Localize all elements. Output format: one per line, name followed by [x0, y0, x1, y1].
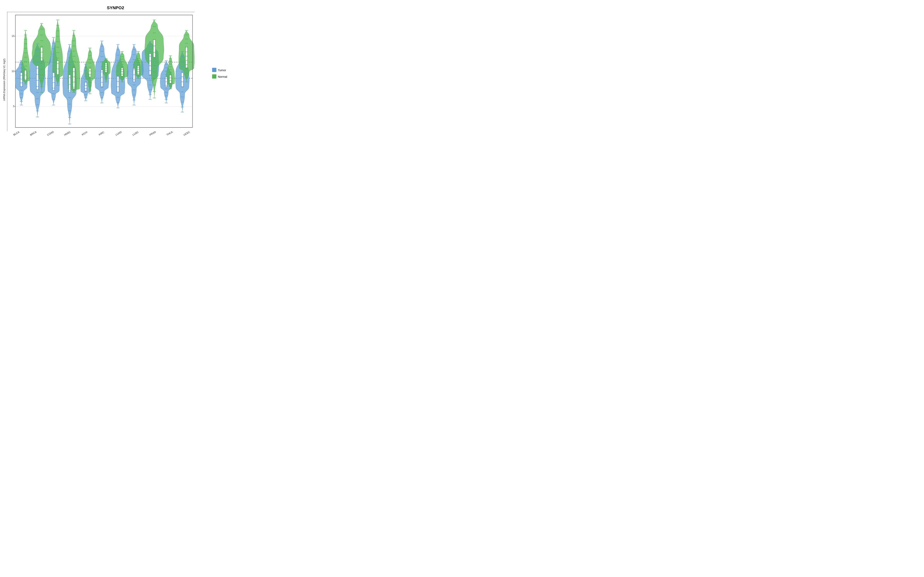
- svg-rect-422: [90, 48, 91, 48]
- svg-rect-340: [74, 30, 76, 31]
- svg-rect-152: [42, 69, 43, 70]
- svg-rect-690: [150, 75, 152, 76]
- svg-rect-286: [70, 77, 71, 78]
- svg-rect-255: [58, 25, 59, 26]
- svg-rect-605: [134, 84, 136, 85]
- svg-rect-571: [123, 64, 124, 64]
- svg-rect-91: [26, 35, 27, 35]
- svg-rect-170: [42, 35, 43, 35]
- svg-rect-295: [70, 57, 71, 58]
- svg-rect-790: [167, 64, 168, 64]
- svg-rect-826: [171, 61, 172, 62]
- svg-rect-438: [102, 87, 103, 88]
- svg-rect-911: [187, 34, 188, 35]
- svg-rect-67: [26, 70, 27, 71]
- svg-rect-158: [42, 58, 43, 58]
- legend-label-normal: Normal: [218, 75, 227, 78]
- legend-box-normal: [212, 74, 216, 79]
- svg-rect-337: [74, 35, 76, 36]
- svg-rect-705: [150, 51, 152, 52]
- svg-rect-52: [22, 64, 23, 65]
- svg-rect-523: [118, 86, 120, 87]
- legend-item-tumor: Tumor: [212, 68, 227, 72]
- svg-rect-365: [86, 82, 87, 83]
- svg-rect-429: [102, 103, 103, 103]
- svg-rect-486: [107, 70, 108, 71]
- svg-rect-495: [107, 64, 108, 65]
- svg-rect-471: [107, 79, 108, 80]
- svg-rect-586: [123, 51, 124, 52]
- svg-rect-64: [26, 75, 27, 76]
- svg-rect-842: [183, 106, 184, 107]
- svg-rect-623: [134, 54, 136, 55]
- svg-rect-553: [123, 79, 124, 80]
- svg-rect-750: [155, 19, 156, 20]
- svg-rect-204: [54, 65, 55, 66]
- svg-rect-741: [155, 39, 156, 40]
- svg-rect-596: [134, 100, 136, 100]
- svg-rect-380: [86, 67, 87, 68]
- svg-rect-760: [167, 99, 168, 100]
- svg-rect-702: [150, 56, 152, 56]
- svg-rect-97: [40, 47, 42, 61]
- svg-text:15: 15: [12, 35, 15, 37]
- svg-rect-143: [42, 86, 43, 87]
- svg-rect-766: [167, 92, 168, 93]
- legend: Tumor Normal: [212, 68, 227, 79]
- svg-rect-580: [123, 56, 124, 57]
- svg-rect-164: [42, 46, 43, 47]
- plot-and-x: 51015 BLCABRCACOADHNSCKICHKIRCLUADLUSCPR…: [7, 12, 229, 142]
- svg-rect-896: [187, 56, 188, 56]
- svg-rect-839: [183, 112, 184, 113]
- svg-rect-532: [118, 71, 120, 71]
- svg-rect-878: [187, 81, 188, 82]
- svg-rect-447: [102, 71, 103, 73]
- svg-rect-814: [171, 72, 172, 73]
- svg-rect-520: [118, 92, 120, 92]
- svg-rect-161: [42, 52, 43, 53]
- svg-rect-480: [107, 74, 108, 74]
- svg-rect-498: [107, 62, 108, 63]
- chart-container: SYNPO2 mRNA Expression (RNASeq V2, log2)…: [2, 2, 229, 142]
- svg-rect-854: [183, 87, 184, 87]
- svg-rect-669: [149, 54, 151, 75]
- svg-rect-404: [90, 71, 91, 71]
- svg-rect-653: [139, 62, 140, 63]
- svg-rect-252: [58, 31, 59, 31]
- svg-rect-541: [118, 55, 120, 55]
- svg-rect-550: [123, 81, 124, 82]
- svg-rect-167: [42, 40, 43, 41]
- svg-rect-149: [42, 75, 43, 76]
- svg-rect-805: [171, 80, 172, 81]
- svg-rect-441: [102, 82, 103, 83]
- svg-rect-675: [150, 99, 152, 100]
- svg-rect-407: [90, 67, 91, 68]
- svg-rect-544: [118, 50, 120, 50]
- svg-rect-101: [38, 116, 39, 117]
- svg-rect-277: [70, 97, 71, 98]
- svg-rect-851: [183, 92, 184, 92]
- svg-rect-538: [118, 60, 120, 61]
- chart-area: mRNA Expression (RNASeq V2, log2) 51015 …: [2, 12, 229, 142]
- main-svg: 51015: [7, 12, 194, 131]
- svg-rect-395: [90, 82, 91, 83]
- svg-rect-46: [22, 71, 23, 72]
- svg-rect-95: [37, 66, 39, 89]
- svg-rect-222: [58, 85, 59, 86]
- svg-rect-453: [102, 61, 103, 62]
- svg-rect-511: [118, 108, 120, 108]
- svg-rect-328: [74, 51, 76, 52]
- svg-rect-577: [123, 59, 124, 60]
- svg-rect-781: [167, 74, 168, 75]
- svg-rect-40: [22, 79, 23, 80]
- svg-rect-258: [58, 19, 59, 20]
- svg-rect-377: [86, 70, 87, 71]
- svg-rect-146: [42, 81, 43, 81]
- svg-rect-608: [134, 79, 136, 80]
- svg-rect-289: [70, 71, 71, 71]
- legend-item-normal: Normal: [212, 74, 227, 79]
- svg-rect-501: [107, 60, 108, 61]
- svg-rect-34: [22, 86, 23, 87]
- svg-rect-61: [26, 79, 27, 80]
- svg-rect-620: [134, 59, 136, 60]
